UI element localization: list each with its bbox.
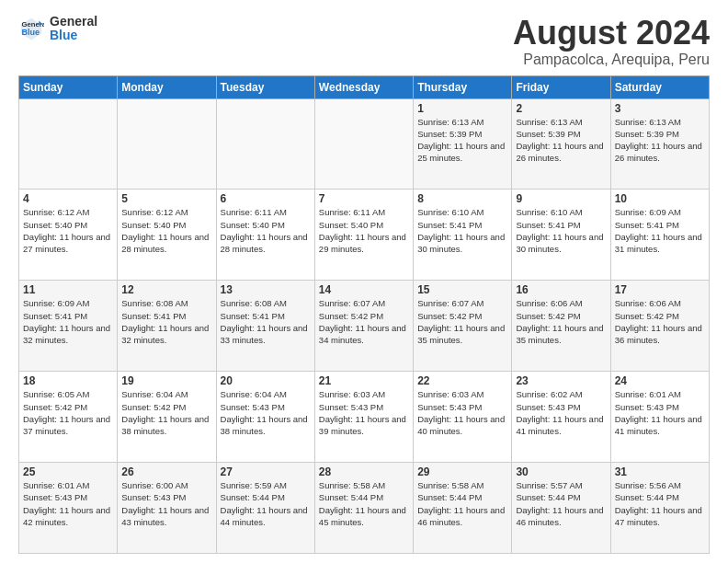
calendar-cell: 31Sunrise: 5:56 AMSunset: 5:44 PMDayligh… (610, 463, 709, 554)
day-info: Sunrise: 6:10 AMSunset: 5:41 PMDaylight:… (417, 206, 507, 255)
day-number: 29 (417, 465, 507, 478)
calendar-cell: 5Sunrise: 6:12 AMSunset: 5:40 PMDaylight… (118, 190, 216, 281)
calendar-cell: 15Sunrise: 6:07 AMSunset: 5:42 PMDayligh… (414, 281, 512, 372)
calendar-cell: 3Sunrise: 6:13 AMSunset: 5:39 PMDaylight… (610, 98, 709, 190)
calendar-cell: 4Sunrise: 6:12 AMSunset: 5:40 PMDaylight… (19, 190, 118, 281)
day-info: Sunrise: 6:13 AMSunset: 5:39 PMDaylight:… (516, 116, 606, 165)
calendar-cell: 2Sunrise: 6:13 AMSunset: 5:39 PMDaylight… (512, 98, 610, 190)
calendar-cell: 1Sunrise: 6:13 AMSunset: 5:39 PMDaylight… (414, 98, 512, 190)
day-number: 20 (221, 374, 311, 387)
day-info: Sunrise: 5:58 AMSunset: 5:44 PMDaylight:… (319, 479, 409, 528)
day-info: Sunrise: 5:56 AMSunset: 5:44 PMDaylight:… (615, 479, 705, 528)
day-number: 22 (417, 374, 507, 387)
day-info: Sunrise: 6:01 AMSunset: 5:43 PMDaylight:… (615, 388, 705, 437)
day-info: Sunrise: 6:12 AMSunset: 5:40 PMDaylight:… (121, 206, 211, 255)
calendar-cell: 27Sunrise: 5:59 AMSunset: 5:44 PMDayligh… (216, 463, 314, 554)
day-number: 23 (516, 374, 606, 387)
calendar-cell: 21Sunrise: 6:03 AMSunset: 5:43 PMDayligh… (314, 372, 413, 463)
day-info: Sunrise: 6:07 AMSunset: 5:42 PMDaylight:… (319, 297, 409, 346)
calendar-cell (216, 98, 314, 190)
calendar-title: August 2024 (513, 15, 710, 52)
day-number: 12 (121, 283, 211, 296)
day-number: 3 (615, 102, 705, 115)
logo-blue: Blue (50, 29, 97, 42)
calendar-subtitle: Pampacolca, Arequipa, Peru (513, 52, 710, 68)
day-info: Sunrise: 6:08 AMSunset: 5:41 PMDaylight:… (121, 297, 211, 346)
day-info: Sunrise: 6:11 AMSunset: 5:40 PMDaylight:… (221, 206, 311, 255)
day-number: 5 (121, 192, 211, 205)
calendar-week-row: 25Sunrise: 6:01 AMSunset: 5:43 PMDayligh… (19, 463, 710, 554)
day-info: Sunrise: 6:01 AMSunset: 5:43 PMDaylight:… (23, 479, 113, 528)
calendar-cell: 13Sunrise: 6:08 AMSunset: 5:41 PMDayligh… (216, 281, 314, 372)
day-number: 14 (319, 283, 409, 296)
calendar-cell (314, 98, 413, 190)
calendar-cell (19, 98, 118, 190)
day-number: 19 (121, 374, 211, 387)
logo: General Blue General Blue (18, 15, 97, 43)
day-number: 7 (319, 192, 409, 205)
calendar-table: SundayMondayTuesdayWednesdayThursdayFrid… (18, 75, 710, 554)
weekday-header: Sunday (19, 75, 118, 98)
calendar-cell: 20Sunrise: 6:04 AMSunset: 5:43 PMDayligh… (216, 372, 314, 463)
page: General Blue General Blue August 2024 Pa… (0, 0, 728, 563)
calendar-cell: 22Sunrise: 6:03 AMSunset: 5:43 PMDayligh… (414, 372, 512, 463)
day-info: Sunrise: 5:59 AMSunset: 5:44 PMDaylight:… (221, 479, 311, 528)
calendar-cell: 14Sunrise: 6:07 AMSunset: 5:42 PMDayligh… (314, 281, 413, 372)
calendar-cell: 11Sunrise: 6:09 AMSunset: 5:41 PMDayligh… (19, 281, 118, 372)
calendar-cell: 12Sunrise: 6:08 AMSunset: 5:41 PMDayligh… (118, 281, 216, 372)
day-info: Sunrise: 6:00 AMSunset: 5:43 PMDaylight:… (121, 479, 211, 528)
calendar-week-row: 11Sunrise: 6:09 AMSunset: 5:41 PMDayligh… (19, 281, 710, 372)
logo-icon: General Blue (18, 16, 44, 41)
day-number: 16 (516, 283, 606, 296)
day-info: Sunrise: 6:05 AMSunset: 5:42 PMDaylight:… (23, 388, 113, 437)
calendar-cell: 19Sunrise: 6:04 AMSunset: 5:42 PMDayligh… (118, 372, 216, 463)
day-number: 10 (615, 192, 705, 205)
day-info: Sunrise: 5:57 AMSunset: 5:44 PMDaylight:… (516, 479, 606, 528)
calendar-cell (118, 98, 216, 190)
day-info: Sunrise: 6:04 AMSunset: 5:43 PMDaylight:… (221, 388, 311, 437)
day-number: 28 (319, 465, 409, 478)
day-number: 25 (23, 465, 113, 478)
day-info: Sunrise: 6:06 AMSunset: 5:42 PMDaylight:… (516, 297, 606, 346)
day-info: Sunrise: 6:13 AMSunset: 5:39 PMDaylight:… (615, 116, 705, 165)
day-number: 24 (615, 374, 705, 387)
day-number: 18 (23, 374, 113, 387)
day-number: 9 (516, 192, 606, 205)
day-info: Sunrise: 6:12 AMSunset: 5:40 PMDaylight:… (23, 206, 113, 255)
header: General Blue General Blue August 2024 Pa… (18, 15, 710, 68)
day-info: Sunrise: 6:06 AMSunset: 5:42 PMDaylight:… (615, 297, 705, 346)
day-info: Sunrise: 6:13 AMSunset: 5:39 PMDaylight:… (417, 116, 507, 165)
weekday-header: Friday (512, 75, 610, 98)
calendar-week-row: 4Sunrise: 6:12 AMSunset: 5:40 PMDaylight… (19, 190, 710, 281)
day-number: 8 (417, 192, 507, 205)
day-info: Sunrise: 6:11 AMSunset: 5:40 PMDaylight:… (319, 206, 409, 255)
day-info: Sunrise: 6:09 AMSunset: 5:41 PMDaylight:… (615, 206, 705, 255)
day-number: 11 (23, 283, 113, 296)
day-info: Sunrise: 5:58 AMSunset: 5:44 PMDaylight:… (417, 479, 507, 528)
day-number: 13 (221, 283, 311, 296)
day-info: Sunrise: 6:10 AMSunset: 5:41 PMDaylight:… (516, 206, 606, 255)
calendar-cell: 9Sunrise: 6:10 AMSunset: 5:41 PMDaylight… (512, 190, 610, 281)
calendar-cell: 28Sunrise: 5:58 AMSunset: 5:44 PMDayligh… (314, 463, 413, 554)
day-info: Sunrise: 6:03 AMSunset: 5:43 PMDaylight:… (319, 388, 409, 437)
weekday-header: Saturday (610, 75, 709, 98)
svg-text:Blue: Blue (22, 28, 40, 37)
day-number: 6 (221, 192, 311, 205)
weekday-header: Monday (118, 75, 216, 98)
weekday-header: Tuesday (216, 75, 314, 98)
day-number: 31 (615, 465, 705, 478)
calendar-cell: 16Sunrise: 6:06 AMSunset: 5:42 PMDayligh… (512, 281, 610, 372)
calendar-cell: 29Sunrise: 5:58 AMSunset: 5:44 PMDayligh… (414, 463, 512, 554)
day-info: Sunrise: 6:04 AMSunset: 5:42 PMDaylight:… (121, 388, 211, 437)
day-number: 17 (615, 283, 705, 296)
weekday-header: Thursday (414, 75, 512, 98)
title-block: August 2024 Pampacolca, Arequipa, Peru (513, 15, 710, 68)
day-info: Sunrise: 6:02 AMSunset: 5:43 PMDaylight:… (516, 388, 606, 437)
day-info: Sunrise: 6:03 AMSunset: 5:43 PMDaylight:… (417, 388, 507, 437)
day-number: 2 (516, 102, 606, 115)
day-number: 27 (221, 465, 311, 478)
calendar-cell: 10Sunrise: 6:09 AMSunset: 5:41 PMDayligh… (610, 190, 709, 281)
day-number: 26 (121, 465, 211, 478)
logo-general: General (50, 15, 97, 29)
day-number: 15 (417, 283, 507, 296)
